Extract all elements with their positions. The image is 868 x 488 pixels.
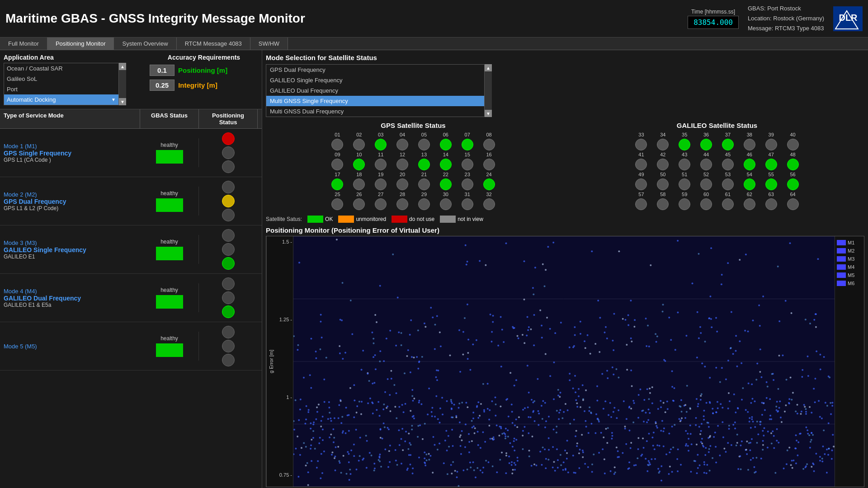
tab-full-monitor[interactable]: Full Monitor [0, 38, 47, 50]
gps-sat-07 [462, 139, 473, 150]
m5-light-yellow [222, 340, 235, 352]
app-item-port[interactable]: Port [4, 84, 118, 94]
legend-donotuse: do not use [392, 216, 434, 223]
tab-system-overview[interactable]: System Overview [114, 38, 176, 50]
gps-num-01: 01 [327, 132, 348, 137]
legend-ok-box [307, 216, 323, 223]
gps-sat-18 [353, 178, 365, 190]
gps-sat-19 [375, 178, 387, 190]
gal-sat-47 [765, 159, 777, 170]
main-content: Application Area Ocean / Coastal SAR Gal… [0, 50, 868, 488]
galileo-satellite-group: GALILEO Satellite Status 33 34 35 36 37 … [570, 122, 864, 210]
tab-rtcm[interactable]: RTCM Message 4083 [177, 38, 250, 50]
gal-sat-33 [635, 139, 647, 150]
mode4-title: Mode 4 (M4) [4, 288, 137, 295]
tab-sw-hw[interactable]: SW/HW [250, 38, 288, 50]
app-item-galileo[interactable]: Galileo SoL [4, 74, 118, 84]
tab-positioning-monitor[interactable]: Positioning Monitor [47, 38, 114, 50]
gbas-name: GBAS: Port Rostock [748, 4, 824, 14]
m4-light-red [222, 277, 235, 290]
mode-galileo-single[interactable]: GALILEO Single Frequency [266, 75, 484, 85]
gps-sat-02 [353, 139, 365, 150]
mode2-gbas-indicator [156, 198, 183, 212]
gps-sat-06 [440, 139, 452, 150]
gps-sat-26 [353, 198, 365, 210]
mode3-gbas-indicator [156, 247, 183, 260]
header: Maritime GBAS - GNSS Integrity Message M… [0, 0, 868, 38]
gal-sat-58 [657, 198, 669, 210]
mode-selection-title: Mode Selection for Satellite Status [266, 54, 864, 61]
mode3-info: Mode 3 (M3) GALILEO Single Frequency GAL… [0, 236, 140, 263]
mode-scroll-down[interactable]: ▼ [485, 110, 492, 117]
chart-legend-m5-label: M5 [848, 272, 854, 278]
galileo-sat-title: GALILEO Satellite Status [570, 122, 864, 129]
mode-multi-dual[interactable]: Multi GNSS Dual Frequency [266, 106, 484, 117]
gps-sat-grid: 01 02 03 04 05 06 07 08 [327, 132, 499, 210]
m3-light-yellow [222, 243, 235, 256]
legend-dnu-label: do not use [409, 216, 434, 222]
chart-legend-m3-label: M3 [848, 256, 854, 262]
app-item-ocean[interactable]: Ocean / Coastal SAR [4, 63, 118, 74]
scroll-up-btn[interactable]: ▲ [119, 63, 126, 70]
gps-num-02: 02 [349, 132, 369, 137]
mode-scrollbar[interactable]: ▲ ▼ [485, 64, 492, 117]
gal-sat-56 [787, 178, 799, 190]
y-axis-label: g Error [m] [266, 236, 275, 487]
mode3-sub: GALILEO E1 [4, 253, 137, 260]
mode4-gbas-indicator [156, 295, 183, 309]
gps-sat-10 [353, 159, 365, 170]
gal-num-34: 34 [653, 132, 673, 137]
legend-unmon-box [338, 216, 354, 223]
gps-sat-title: GPS Satellite Status [266, 122, 561, 129]
gal-sat-39 [765, 139, 777, 150]
gps-sat-20 [396, 178, 408, 190]
mode-galileo-dual[interactable]: GALILEO Dual Frequency [266, 85, 484, 96]
gal-num-60: 60 [696, 192, 717, 197]
mode3-title: Mode 3 (M3) [4, 239, 137, 246]
service-row-m4: Mode 4 (M4) GALILEO Dual Frequency GALIL… [0, 274, 262, 322]
gps-sat-15 [462, 159, 473, 170]
chart-legend-m6-box [837, 281, 846, 286]
gal-num-44: 44 [696, 152, 717, 157]
gps-sat-12 [396, 159, 408, 170]
m1-light-red [222, 132, 235, 145]
gal-num-45: 45 [718, 152, 738, 157]
mode-multi-single[interactable]: Multi GNSS Single Frequency [266, 96, 484, 106]
mode4-name: GALILEO Dual Frequency [4, 295, 137, 302]
gal-sat-48 [787, 159, 799, 170]
time-label: Time [hhmmss.ss] [688, 9, 739, 15]
mode4-info: Mode 4 (M4) GALILEO Dual Frequency GALIL… [0, 284, 140, 312]
app-item-docking[interactable]: Automatic Docking ▼ [4, 94, 118, 105]
col-gbas-status: GBAS Status [140, 109, 199, 128]
gps-sat-17 [331, 178, 343, 190]
gps-num-27: 27 [371, 192, 391, 197]
service-table-header: Type of Service Mode GBAS Status Positio… [0, 109, 262, 129]
mode-gps-dual[interactable]: GPS Dual Frequency [266, 65, 484, 75]
m1-light-yellow [222, 146, 235, 159]
m2-light-green [222, 209, 235, 221]
gal-sat-63 [765, 198, 777, 210]
gbas-location: Location: Rostock (Germany) [748, 14, 824, 23]
gps-sat-16 [483, 159, 495, 170]
pos-monitor-title: Positioning Monitor (Positioning Error o… [266, 226, 864, 234]
gps-num-11: 11 [371, 152, 391, 157]
gal-num-47: 47 [761, 152, 781, 157]
chart-legend-m3: M3 [837, 256, 862, 262]
scatter-chart [293, 236, 835, 487]
scroll-down-btn[interactable]: ▼ [119, 98, 126, 105]
gps-sat-04 [396, 139, 408, 150]
gal-sat-46 [744, 159, 755, 170]
header-right: Time [hhmmss.ss] 83854.000 GBAS: Port Ro… [688, 4, 863, 33]
app-area-scrollbar[interactable]: ▲ ▼ [119, 63, 126, 105]
gal-sat-54 [744, 178, 755, 190]
gal-num-38: 38 [739, 132, 760, 137]
gal-num-40: 40 [783, 132, 803, 137]
gal-sat-40 [787, 139, 799, 150]
mode3-name: GALILEO Single Frequency [4, 246, 137, 253]
mode1-gbas-text: healthy [160, 142, 178, 148]
m3-light-red [222, 229, 235, 242]
mode-scroll-up[interactable]: ▲ [485, 64, 492, 71]
gal-num-41: 41 [631, 152, 651, 157]
gal-num-52: 52 [696, 172, 717, 177]
gal-num-37: 37 [718, 132, 738, 137]
